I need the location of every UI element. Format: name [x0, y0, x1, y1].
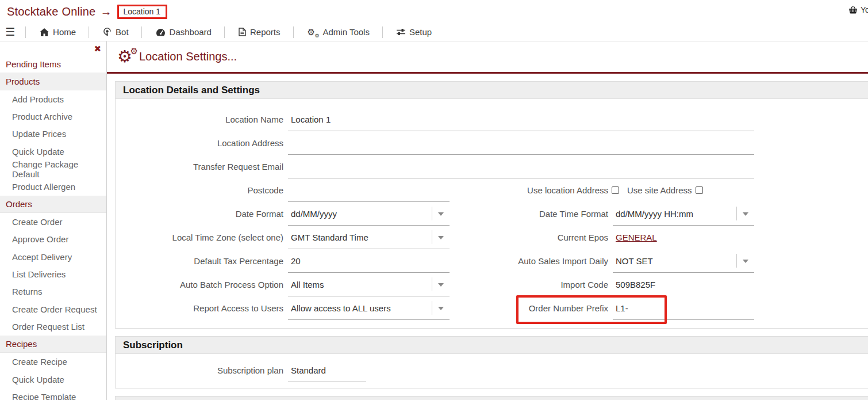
- date-time-format-select[interactable]: dd/MM/yyyy HH:mm: [613, 202, 754, 226]
- sliders-icon: [397, 28, 405, 36]
- sidebar-item-orders[interactable]: Orders: [0, 196, 106, 213]
- sidebar-item-create-order-request[interactable]: Create Order Request: [0, 300, 106, 318]
- nav-home-label: Home: [53, 27, 76, 37]
- sidebar-item-quick-update[interactable]: Quick Update: [0, 143, 106, 160]
- chevron-down-icon: [438, 212, 444, 216]
- main-content: ⚙⚙ Location Settings... Location Details…: [107, 41, 868, 400]
- sidebar-item-quick-update-recipe[interactable]: Quick Update: [0, 371, 106, 388]
- nav-divider: [382, 26, 383, 38]
- auto-sales-import-daily-label: Auto Sales Import Daily: [450, 256, 608, 266]
- sidebar-item-product-archive[interactable]: Product Archive: [0, 108, 106, 125]
- location-address-input[interactable]: [288, 131, 754, 155]
- gears-icon: ⚙⚙: [308, 27, 319, 37]
- sidebar-item-recipe-template[interactable]: Recipe Template: [0, 388, 106, 400]
- nav-admin-tools-label: Admin Tools: [323, 27, 370, 37]
- location-address-label: Location Address: [116, 138, 283, 148]
- sidebar-item-create-recipe[interactable]: Create Recipe: [0, 353, 106, 370]
- nav-setup-label: Setup: [409, 27, 432, 37]
- other-settings-panel: Other Settings: [115, 396, 868, 400]
- sidebar-item-pending-items[interactable]: Pending Items: [0, 55, 106, 73]
- sidebar-item-order-request-list[interactable]: Order Request List: [0, 318, 106, 336]
- transfer-request-email-label: Transfer Request Email: [116, 162, 283, 172]
- local-time-zone-label: Local Time Zone (select one): [116, 233, 283, 242]
- basket-button[interactable]: Yo: [848, 5, 868, 14]
- auto-batch-process-option-select[interactable]: All Items: [288, 273, 450, 296]
- sidebar-item-returns[interactable]: Returns: [0, 283, 106, 300]
- use-site-address-checkbox[interactable]: [696, 186, 703, 194]
- section-header-other-settings: Other Settings: [116, 397, 868, 400]
- sidebar-item-product-allergen[interactable]: Product Allergen: [0, 178, 106, 195]
- chevron-down-icon: [438, 283, 444, 287]
- import-code-label: Import Code: [450, 280, 608, 289]
- date-format-label: Date Format: [116, 209, 283, 219]
- postcode-label: Postcode: [116, 185, 283, 195]
- order-number-prefix-input[interactable]: L1-: [613, 296, 754, 320]
- page-title: Location Settings...: [139, 50, 237, 63]
- subscription-plan-input[interactable]: Standard: [288, 359, 366, 382]
- main-nav: ☰ Home Bot Dashboard Reports ⚙⚙ Admin To…: [0, 23, 868, 41]
- local-time-zone-select[interactable]: GMT Standard Time: [288, 226, 450, 249]
- location-details-panel: Location Details and Settings Location N…: [115, 81, 868, 329]
- report-access-to-users-select[interactable]: Allow access to ALL users: [288, 296, 450, 320]
- transfer-request-email-input[interactable]: [288, 155, 754, 178]
- chevron-down-icon: [438, 307, 444, 310]
- nav-home[interactable]: Home: [40, 27, 76, 37]
- nav-bot-label: Bot: [116, 27, 129, 37]
- sidebar-item-create-order[interactable]: Create Order: [0, 213, 106, 230]
- shopping-basket-icon: [848, 6, 858, 14]
- section-header-location-details: Location Details and Settings: [116, 82, 868, 99]
- chevron-down-icon: [743, 212, 748, 216]
- date-time-format-label: Date Time Format: [450, 209, 608, 219]
- current-location-badge[interactable]: Location 1: [117, 5, 167, 19]
- podcast-icon: [103, 28, 112, 36]
- nav-bot[interactable]: Bot: [103, 27, 129, 37]
- chevron-down-icon: [438, 236, 444, 239]
- sidebar-item-recipes[interactable]: Recipes: [0, 336, 106, 353]
- default-tax-percentage-label: Default Tax Percentage: [116, 256, 283, 266]
- auto-sales-import-daily-select[interactable]: NOT SET: [613, 249, 754, 273]
- subscription-plan-label: Subscription plan: [116, 365, 283, 375]
- use-location-address-checkbox[interactable]: [612, 186, 619, 194]
- nav-reports-label: Reports: [250, 27, 281, 37]
- sidebar-item-add-products[interactable]: Add Products: [0, 90, 106, 108]
- basket-label: Yo: [861, 5, 868, 14]
- arrow-right-icon: →: [100, 5, 112, 18]
- postcode-input[interactable]: [288, 178, 450, 202]
- nav-dashboard[interactable]: Dashboard: [156, 27, 212, 37]
- subscription-panel: Subscription Subscription plan Standard: [115, 336, 868, 388]
- brand-title[interactable]: Stocktake Online: [7, 5, 95, 18]
- default-tax-percentage-input[interactable]: 20: [288, 249, 450, 273]
- nav-divider: [89, 26, 89, 38]
- sidebar-item-update-prices[interactable]: Update Prices: [0, 125, 106, 143]
- dashboard-icon: [156, 28, 166, 36]
- location-name-input[interactable]: Location 1: [288, 108, 754, 131]
- use-location-address-label: Use location Address: [450, 185, 608, 195]
- nav-setup[interactable]: Setup: [397, 27, 432, 37]
- sidebar-item-change-package-default[interactable]: Change Package Default: [0, 161, 106, 178]
- sidebar-item-approve-order[interactable]: Approve Order: [0, 230, 106, 247]
- sidebar-item-accept-delivery[interactable]: Accept Delivery: [0, 248, 106, 265]
- date-format-select[interactable]: dd/MM/yyyy: [288, 202, 450, 226]
- nav-admin-tools[interactable]: ⚙⚙ Admin Tools: [308, 27, 370, 37]
- nav-divider: [293, 26, 294, 38]
- order-number-prefix-label: Order Number Prefix: [450, 303, 608, 313]
- nav-reports[interactable]: Reports: [239, 27, 281, 37]
- home-icon: [40, 28, 49, 36]
- sidebar-close-icon[interactable]: ✖: [94, 44, 101, 53]
- use-site-address-label: Use site Address: [627, 185, 692, 195]
- sidebar-item-products[interactable]: Products: [0, 73, 106, 90]
- app-header: Stocktake Online → Location 1 Yo: [0, 0, 868, 23]
- section-header-subscription: Subscription: [116, 337, 868, 354]
- nav-divider: [25, 26, 26, 38]
- chevron-down-icon: [743, 260, 748, 263]
- current-epos-label: Current Epos: [450, 233, 608, 242]
- nav-dashboard-label: Dashboard: [170, 27, 212, 37]
- nav-divider: [141, 26, 142, 38]
- current-epos-link[interactable]: GENERAL: [616, 233, 657, 242]
- report-access-to-users-label: Report Access to Users: [116, 303, 283, 313]
- auto-batch-process-option-label: Auto Batch Process Option: [116, 280, 283, 289]
- nav-divider: [224, 26, 225, 38]
- gears-icon: ⚙⚙: [117, 48, 139, 65]
- menu-icon[interactable]: ☰: [5, 25, 15, 39]
- sidebar-item-list-deliveries[interactable]: List Deliveries: [0, 265, 106, 283]
